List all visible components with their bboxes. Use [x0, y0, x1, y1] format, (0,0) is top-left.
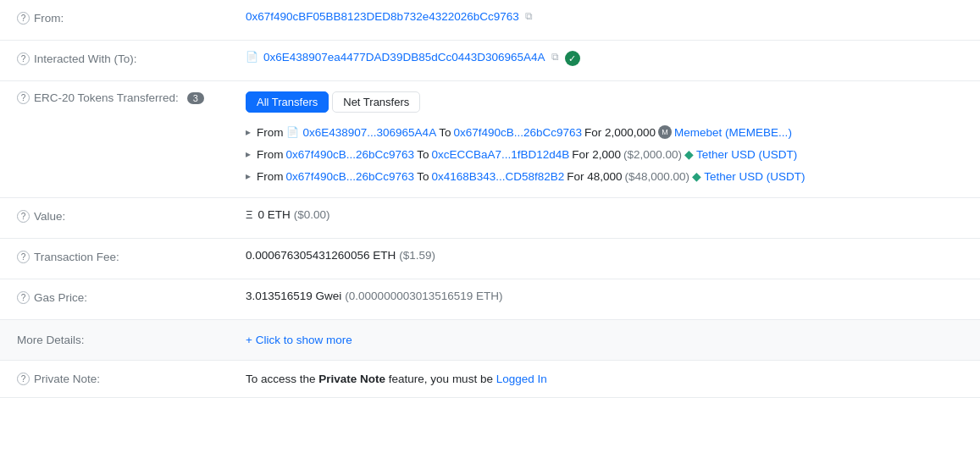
tether-icon-3: ◆ [692, 169, 701, 183]
arrow-icon-3: ▸ [246, 170, 251, 182]
doc-icon-1: 📄 [286, 126, 299, 138]
more-details-label: More Details: [17, 334, 246, 346]
more-details-row: More Details: + Click to show more [0, 320, 980, 361]
transfer-item-1: ▸ From 📄 0x6E438907...306965A4A To 0x67f… [246, 121, 963, 143]
transfer3-token-link[interactable]: Tether USD (USDT) [704, 170, 805, 183]
interacted-with-row: ? Interacted With (To): 📄 0x6E438907ea44… [0, 41, 980, 81]
value-content: Ξ 0 ETH ($0.00) [246, 208, 963, 221]
from-row: ? From: 0x67f490cBF05BB8123DED8b732e4322… [0, 0, 980, 41]
tx-fee-content: 0.000676305431260056 ETH ($1.59) [246, 249, 963, 262]
interacted-help-icon[interactable]: ? [17, 52, 30, 65]
private-note-label: ? Private Note: [17, 373, 246, 385]
private-note-help-icon[interactable]: ? [17, 373, 30, 385]
gas-price-content: 3.013516519 Gwei (0.000000003013516519 E… [246, 290, 963, 302]
tx-fee-help-icon[interactable]: ? [17, 251, 30, 263]
gas-price-row: ? Gas Price: 3.013516519 Gwei (0.0000000… [0, 279, 980, 320]
erc20-header: ? ERC-20 Tokens Transferred: 3 All Trans… [17, 91, 963, 187]
transfer1-to-link[interactable]: 0x67f490cB...26bCc9763 [453, 126, 582, 139]
from-address-link[interactable]: 0x67f490cBF05BB8123DED8b732e4322026bCc97… [246, 10, 519, 23]
transfer1-token-link[interactable]: Memebet (MEMEBE...) [674, 126, 792, 139]
erc20-transfers-section: ? ERC-20 Tokens Transferred: 3 All Trans… [0, 81, 980, 198]
gas-price-label: ? Gas Price: [17, 290, 246, 304]
net-transfers-button[interactable]: Net Transfers [332, 91, 420, 113]
transfer3-from-link[interactable]: 0x67f490cB...26bCc9763 [286, 170, 415, 183]
tx-fee-row: ? Transaction Fee: 0.000676305431260056 … [0, 239, 980, 279]
private-note-bold: Private Note [318, 373, 385, 385]
from-help-icon[interactable]: ? [17, 12, 30, 25]
transaction-detail-page: ? From: 0x67f490cBF05BB8123DED8b732e4322… [0, 0, 980, 398]
interacted-check-icon: ✓ [565, 51, 580, 66]
transfer-item-3: ▸ From 0x67f490cB...26bCc9763 To 0x4168B… [246, 165, 963, 187]
arrow-icon-2: ▸ [246, 148, 251, 160]
arrow-icon-1: ▸ [246, 126, 251, 138]
transfer2-token-link[interactable]: Tether USD (USDT) [696, 148, 797, 161]
erc20-help-icon[interactable]: ? [17, 91, 30, 104]
interacted-doc-icon: 📄 [246, 51, 258, 63]
show-more-link[interactable]: + Click to show more [246, 334, 352, 346]
tx-fee-label: ? Transaction Fee: [17, 249, 246, 263]
erc20-count-badge: 3 [187, 92, 204, 104]
transfer1-from-link[interactable]: 0x6E438907...306965A4A [303, 126, 437, 139]
erc20-label: ? ERC-20 Tokens Transferred: 3 [17, 91, 246, 104]
eth-icon: Ξ [246, 208, 252, 221]
gas-help-icon[interactable]: ? [17, 291, 30, 304]
value-help-icon[interactable]: ? [17, 210, 30, 223]
transfer2-to-link[interactable]: 0xcECCBaA7...1fBD12d4B [431, 148, 569, 161]
interacted-copy-icon[interactable]: ⧉ [551, 51, 559, 63]
erc20-content: All Transfers Net Transfers ▸ From 📄 0x6… [246, 91, 963, 187]
interacted-with-label: ? Interacted With (To): [17, 51, 246, 65]
transfer3-to-link[interactable]: 0x4168B343...CD58f82B2 [431, 170, 564, 183]
from-label: ? From: [17, 10, 246, 25]
value-label: ? Value: [17, 208, 246, 223]
transfer2-from-link[interactable]: 0x67f490cB...26bCc9763 [286, 148, 415, 161]
logged-in-link[interactable]: Logged In [496, 373, 547, 385]
from-copy-icon[interactable]: ⧉ [525, 10, 533, 22]
value-row: ? Value: Ξ 0 ETH ($0.00) [0, 198, 980, 239]
private-note-row: ? Private Note: To access the Private No… [0, 361, 980, 398]
interacted-address-link[interactable]: 0x6E438907ea4477DAD39DB85dCc0443D306965A… [263, 51, 545, 64]
all-transfers-button[interactable]: All Transfers [246, 91, 329, 113]
transfer-item-2: ▸ From 0x67f490cB...26bCc9763 To 0xcECCB… [246, 143, 963, 165]
memebet-token-icon: M [658, 125, 672, 139]
transfer-btn-group: All Transfers Net Transfers [246, 91, 963, 113]
from-value: 0x67f490cBF05BB8123DED8b732e4322026bCc97… [246, 10, 963, 23]
private-note-content: To access the Private Note feature, you … [246, 373, 547, 385]
tether-icon-2: ◆ [684, 147, 694, 161]
interacted-with-value: 📄 0x6E438907ea4477DAD39DB85dCc0443D30696… [246, 51, 963, 66]
